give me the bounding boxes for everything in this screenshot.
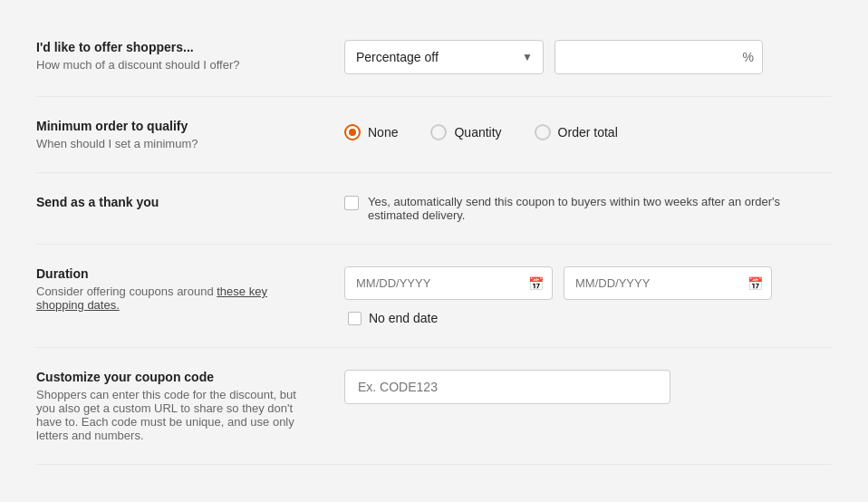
end-date-input[interactable] xyxy=(564,266,772,300)
date-row: 📅 📅 xyxy=(344,266,832,300)
thankyou-checkbox[interactable] xyxy=(344,196,359,210)
discount-type-wrapper: Percentage off Fixed amount off Free shi… xyxy=(344,40,544,74)
minimum-desc: When should I set a minimum? xyxy=(36,137,308,150)
coupon-code-input[interactable] xyxy=(344,370,670,404)
thankyou-label: Send as a thank you xyxy=(36,195,308,209)
discount-left: I'd like to offer shoppers... How much o… xyxy=(36,40,308,72)
duration-left: Duration Consider offering coupons aroun… xyxy=(36,266,308,312)
coupon-left: Customize your coupon code Shoppers can … xyxy=(36,370,308,442)
thankyou-section: Send as a thank you Yes, automatically s… xyxy=(36,173,832,245)
duration-desc-text: Consider offering coupons around xyxy=(36,285,214,298)
discount-desc: How much of a discount should I offer? xyxy=(36,58,308,72)
no-end-date-label[interactable]: No end date xyxy=(348,311,832,325)
radio-none[interactable]: None xyxy=(344,124,398,140)
coupon-right xyxy=(344,370,832,404)
start-date-wrapper: 📅 xyxy=(344,266,553,300)
thankyou-left: Send as a thank you xyxy=(36,195,308,213)
duration-section: Duration Consider offering coupons aroun… xyxy=(36,245,832,348)
discount-right: Percentage off Fixed amount off Free shi… xyxy=(344,40,832,74)
minimum-left: Minimum order to qualify When should I s… xyxy=(36,119,308,150)
radio-quantity-label: Quantity xyxy=(454,125,501,140)
radio-none-input[interactable] xyxy=(344,124,361,140)
no-end-date-text: No end date xyxy=(369,311,438,325)
coupon-desc: Shoppers can enter this code for the dis… xyxy=(36,388,308,442)
discount-row: Percentage off Fixed amount off Free shi… xyxy=(344,40,832,74)
radio-order-total-label: Order total xyxy=(558,125,618,140)
percent-input[interactable] xyxy=(555,40,763,74)
no-end-date-checkbox[interactable] xyxy=(348,312,362,325)
start-date-input[interactable] xyxy=(344,266,553,300)
minimum-section: Minimum order to qualify When should I s… xyxy=(36,97,832,173)
duration-label: Duration xyxy=(36,266,308,281)
discount-section: I'd like to offer shoppers... How much o… xyxy=(36,18,832,97)
discount-label: I'd like to offer shoppers... xyxy=(36,40,308,54)
duration-right: 📅 📅 No end date xyxy=(344,266,832,325)
discount-type-select[interactable]: Percentage off Fixed amount off Free shi… xyxy=(344,40,544,74)
radio-quantity-input[interactable] xyxy=(430,124,447,140)
thankyou-right: Yes, automatically send this coupon to b… xyxy=(344,195,832,222)
radio-order-total-input[interactable] xyxy=(535,124,551,140)
percent-input-wrapper: % xyxy=(555,40,763,74)
radio-order-total[interactable]: Order total xyxy=(535,124,618,140)
thankyou-checkbox-text: Yes, automatically send this coupon to b… xyxy=(368,195,797,222)
end-date-wrapper: 📅 xyxy=(564,266,772,300)
minimum-right: None Quantity Order total xyxy=(344,119,832,140)
radio-none-label: None xyxy=(368,125,398,140)
thankyou-checkbox-label[interactable]: Yes, automatically send this coupon to b… xyxy=(344,195,797,222)
coupon-section: Customize your coupon code Shoppers can … xyxy=(36,348,832,465)
minimum-desc-text: When should I set a minimum? xyxy=(36,137,198,150)
duration-desc: Consider offering coupons around these k… xyxy=(36,285,308,312)
radio-quantity[interactable]: Quantity xyxy=(430,124,501,140)
coupon-label: Customize your coupon code xyxy=(36,370,308,384)
minimum-radio-group: None Quantity Order total xyxy=(344,119,832,140)
minimum-label: Minimum order to qualify xyxy=(36,119,308,133)
